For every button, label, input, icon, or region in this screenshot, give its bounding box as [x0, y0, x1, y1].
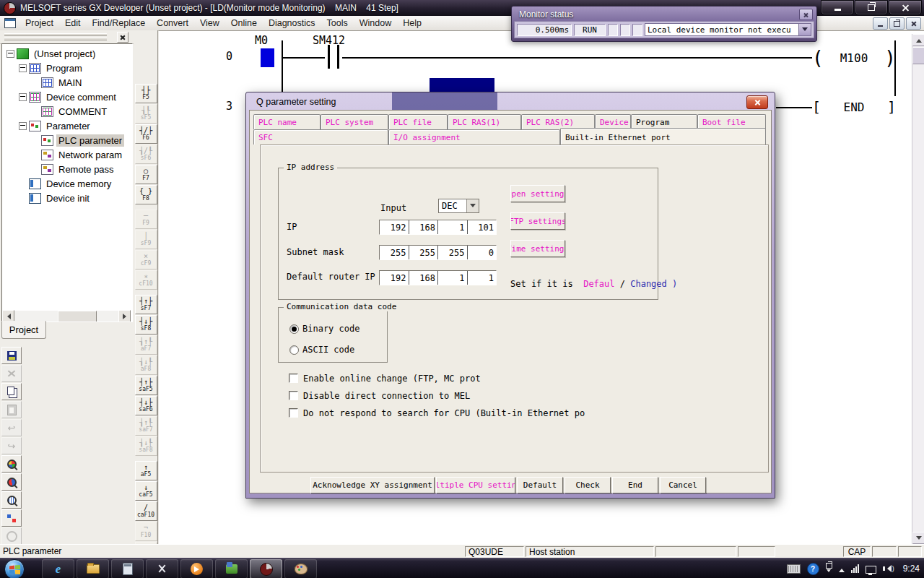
- dialog-tab[interactable]: Built-in Ethernet port: [560, 128, 766, 144]
- ladder-symbol-button[interactable]: ┧↑┞ aF7: [135, 335, 157, 355]
- circuit-trace-button[interactable]: [1, 527, 22, 545]
- taskbar-media-player[interactable]: [180, 559, 213, 578]
- octet-input[interactable]: 101: [467, 220, 497, 234]
- find-instruction-button[interactable]: [1, 473, 22, 491]
- tree-expander-icon[interactable]: [19, 93, 27, 101]
- tree-expander-icon[interactable]: [19, 64, 27, 72]
- toolbar-grip[interactable]: [4, 38, 107, 40]
- clock[interactable]: 9:24: [903, 564, 920, 574]
- ladder-symbol-button[interactable]: ┤/├ F6: [135, 124, 157, 144]
- menu-item[interactable]: Convert: [151, 17, 194, 30]
- tree-item[interactable]: Remote pass: [2, 162, 132, 176]
- dialog-action-button[interactable]: Cancel: [660, 477, 706, 493]
- tree-item[interactable]: MAIN: [2, 75, 132, 90]
- octet-input[interactable]: 192: [380, 271, 409, 285]
- disable-direct-connection-checkbox[interactable]: [289, 391, 298, 400]
- window-switcher-icon[interactable]: [826, 563, 832, 574]
- dialog-close-button[interactable]: [746, 95, 768, 109]
- ladder-symbol-button[interactable]: { } F8: [135, 185, 157, 204]
- keyboard-layout-icon[interactable]: [787, 564, 801, 574]
- taskbar-internet-explorer[interactable]: e: [42, 559, 74, 578]
- ladder-symbol-button[interactable]: × cF9: [135, 250, 157, 269]
- contact-m0-energized[interactable]: [261, 48, 274, 67]
- tree-item[interactable]: (Unset project): [2, 46, 132, 61]
- ladder-symbol-button[interactable]: ┧/┞ sF6: [135, 144, 157, 164]
- open-settings-button[interactable]: Open settings: [510, 185, 565, 202]
- mdi-document-icon[interactable]: [4, 18, 16, 28]
- tree-item[interactable]: Program: [2, 61, 132, 75]
- ladder-symbol-button[interactable]: │ sF9: [135, 230, 157, 249]
- scroll-up-button[interactable]: [912, 34, 924, 46]
- octet-input[interactable]: 168: [409, 220, 438, 234]
- time-settings-button[interactable]: Time settings: [510, 240, 565, 257]
- scroll-right-button[interactable]: [118, 310, 131, 322]
- octet-input[interactable]: 255: [437, 246, 467, 259]
- coil-m100[interactable]: ( M100 ): [812, 46, 896, 70]
- tree-expander-icon[interactable]: [19, 122, 27, 130]
- tree-horizontal-scrollbar[interactable]: [2, 311, 131, 322]
- taskbar-windows-explorer[interactable]: [77, 559, 109, 578]
- taskbar-paint[interactable]: [284, 559, 317, 578]
- dialog-tab[interactable]: Boot file: [697, 114, 766, 129]
- ladder-symbol-button[interactable]: ┧↑┞ saF7: [135, 416, 157, 436]
- find-device-button[interactable]: [1, 455, 22, 473]
- menu-item[interactable]: Edit: [59, 17, 87, 30]
- scrollbar-thumb[interactable]: [58, 311, 97, 322]
- menu-item[interactable]: Help: [397, 17, 427, 30]
- tree-expander-icon[interactable]: [6, 50, 14, 58]
- taskbar-calculator[interactable]: [111, 559, 144, 578]
- dialog-tab[interactable]: Program: [631, 114, 697, 129]
- dialog-tab[interactable]: PLC system: [321, 114, 388, 129]
- dialog-tab[interactable]: PLC name: [253, 114, 321, 129]
- ladder-symbol-button[interactable]: ┤↑├ saF5: [135, 376, 157, 395]
- tree-item[interactable]: Device memory: [2, 176, 132, 191]
- save-button[interactable]: [1, 347, 22, 364]
- ladder-symbol-button[interactable]: ┤↓├ saF6: [135, 396, 157, 415]
- dialog-action-button[interactable]: End: [612, 477, 658, 493]
- input-format-select[interactable]: DEC: [438, 199, 479, 213]
- ladder-symbol-button[interactable]: ┧┞ sF5: [135, 104, 157, 124]
- octet-input[interactable]: 1: [437, 220, 467, 234]
- ladder-symbol-button[interactable]: ┤↑├ sF7: [135, 295, 157, 314]
- minimize-button[interactable]: [821, 0, 854, 15]
- octet-input[interactable]: 0: [467, 246, 497, 259]
- ladder-vertical-scrollbar[interactable]: [912, 34, 924, 544]
- toolbar-grip[interactable]: [4, 33, 107, 36]
- contact-sm412[interactable]: [325, 45, 342, 69]
- do-not-respond-search-checkbox[interactable]: [289, 408, 298, 418]
- ladder-symbol-button[interactable]: ∗ cF10: [135, 270, 157, 290]
- signal-strength-icon[interactable]: [851, 564, 859, 573]
- start-button[interactable]: [4, 559, 25, 578]
- dialog-tab[interactable]: PLC RAS(2): [521, 114, 595, 129]
- dialog-action-button[interactable]: Check: [565, 477, 611, 493]
- dialog-tab[interactable]: SFC: [253, 129, 388, 144]
- speaker-icon[interactable]: ): [883, 565, 894, 572]
- taskbar-gx-developer[interactable]: [250, 559, 282, 578]
- ladder-symbol-button[interactable]: ┧↓┞ aF8: [135, 355, 157, 375]
- ladder-symbol-button[interactable]: ¬ F10: [135, 522, 157, 541]
- tree-item[interactable]: Device init: [2, 191, 132, 205]
- dialog-tab[interactable]: PLC RAS(1): [448, 114, 521, 129]
- octet-input[interactable]: 255: [380, 246, 409, 259]
- octet-input[interactable]: 192: [380, 220, 409, 234]
- ladder-symbol-button[interactable]: ↓ caF5: [135, 481, 157, 501]
- octet-input[interactable]: 1: [437, 271, 467, 285]
- menu-item[interactable]: Tools: [321, 17, 354, 30]
- menu-item[interactable]: View: [194, 17, 225, 30]
- help-icon[interactable]: ?: [807, 563, 819, 575]
- monitor-mode-select[interactable]: Local device monitor not execu: [645, 23, 811, 36]
- taskbar-snipping-tool[interactable]: [146, 559, 178, 578]
- monitor-close-button[interactable]: [799, 9, 813, 20]
- dropdown-button[interactable]: [798, 24, 811, 35]
- copy-button[interactable]: [1, 383, 22, 400]
- binary-code-radio[interactable]: [289, 324, 299, 334]
- menu-item[interactable]: Window: [354, 17, 397, 30]
- menu-item[interactable]: Find/Replace: [86, 17, 151, 30]
- child-restore-button[interactable]: [889, 17, 905, 30]
- cut-button[interactable]: [1, 365, 22, 382]
- octet-input[interactable]: 1: [467, 271, 497, 285]
- tree-item[interactable]: Parameter: [2, 118, 132, 133]
- menu-item[interactable]: Diagnostics: [263, 17, 321, 30]
- child-minimize-button[interactable]: [873, 17, 888, 30]
- replace-device-button[interactable]: [1, 509, 22, 527]
